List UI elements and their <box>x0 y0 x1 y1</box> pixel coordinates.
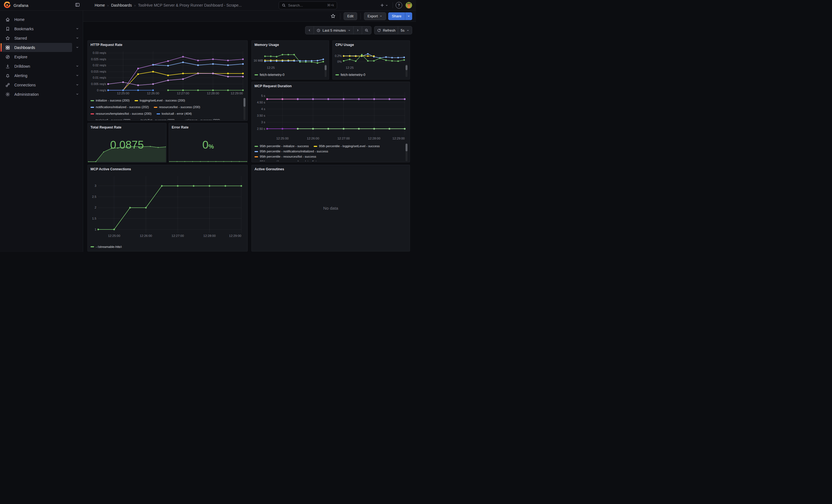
sidebar-item-label: Alerting <box>14 74 27 78</box>
stat-value: 0% <box>169 139 248 151</box>
avatar[interactable] <box>406 2 412 8</box>
breadcrumb-home[interactable]: Home <box>95 3 105 7</box>
legend-label: fetch-telemetry-0 <box>260 73 285 77</box>
legend-scrollbar-thumb[interactable] <box>406 143 408 151</box>
time-controls: Last 5 minutes Refresh 5s <box>305 26 412 34</box>
panel-title[interactable]: Total Request Rate <box>88 123 166 131</box>
legend-item[interactable]: fetch-telemetry-0 <box>335 73 365 77</box>
gear-icon <box>5 92 10 97</box>
cpu-legend: fetch-telemetry-0 <box>335 72 401 77</box>
svg-text:1: 1 <box>95 228 96 231</box>
sidebar-toggle-icon[interactable] <box>75 2 80 7</box>
legend-label: resources/list - success (200) <box>159 105 200 109</box>
legend-color <box>314 146 317 147</box>
svg-text:0.02 req/s: 0.02 req/s <box>93 63 106 67</box>
sidebar-item-label: Explore <box>14 55 27 59</box>
dashboard-toolbar: Edit Export Share <box>83 11 416 22</box>
sidebar-item-label: Administration <box>14 92 39 97</box>
chevron-down-icon[interactable] <box>75 27 79 30</box>
panel-title[interactable]: HTTP Request Rate <box>88 41 248 48</box>
legend-label: notifications/initialized - success (202… <box>96 105 149 109</box>
sidebar-item-home[interactable]: Home <box>2 15 72 24</box>
edit-button[interactable]: Edit <box>344 12 357 20</box>
chevron-down-icon[interactable] <box>75 36 79 40</box>
legend-item[interactable]: logging/setLevel - success (200) <box>134 99 185 103</box>
legend-item[interactable]: tools/call - error (404) <box>157 112 192 116</box>
legend-item[interactable]: 95th percentile - notifications/initiali… <box>255 150 328 154</box>
sidebar-item-starred[interactable]: Starred <box>2 33 72 43</box>
help-icon[interactable] <box>396 2 402 8</box>
sidebar-item-dashboards[interactable]: Dashboards <box>2 43 72 52</box>
add-button[interactable] <box>378 2 390 8</box>
legend-item[interactable]: 95th percentile - initialize - success <box>255 144 309 148</box>
share-menu-button[interactable] <box>405 12 412 20</box>
time-shift-back-button[interactable] <box>305 26 314 34</box>
share-button[interactable]: Share <box>388 12 405 20</box>
refresh-interval-select[interactable]: 5s <box>398 26 412 34</box>
mcp-request-duration-chart[interactable]: 12:25:0012:26:0012:27:0012:28:0012:29:00… <box>253 90 408 142</box>
favorite-star-icon[interactable] <box>329 12 337 20</box>
export-button[interactable]: Export <box>364 12 386 20</box>
sidebar-item-bookmarks[interactable]: Bookmarks <box>2 24 72 33</box>
sidebar-item-label: Dashboards <box>14 45 35 50</box>
clock-icon <box>316 28 320 32</box>
sidebar-item-connections[interactable]: Connections <box>2 80 72 89</box>
panel-title[interactable]: CPU Usage <box>333 41 410 48</box>
time-shift-forward-button[interactable] <box>353 26 362 34</box>
legend-item[interactable]: 95th percentile - logging/setLevel - suc… <box>314 144 380 148</box>
time-range-picker[interactable]: Last 5 minutes <box>314 26 353 34</box>
svg-text:12:28:00: 12:28:00 <box>368 137 381 140</box>
panel-title[interactable]: MCP Active Connections <box>88 165 248 173</box>
legend-item[interactable]: 95th percentile - resources/list - succe… <box>255 155 316 159</box>
sidebar-item-administration[interactable]: Administration <box>2 90 72 99</box>
header-right: Search... ⌘+k <box>279 1 416 9</box>
legend-scrollbar-thumb[interactable] <box>243 98 245 107</box>
legend-item[interactable]: notifications/initialized - success (202… <box>90 105 149 109</box>
chevron-down-icon[interactable] <box>75 83 79 87</box>
chevron-down-icon <box>348 29 351 32</box>
panel-title[interactable]: Memory Usage <box>252 41 329 48</box>
legend-color <box>90 246 94 247</box>
panel-memory-usage: Memory Usage 12:2516 MiB fetch-telemetry… <box>252 41 329 80</box>
panel-title[interactable]: Error Rate <box>169 123 248 131</box>
svg-text:2: 2 <box>95 206 96 209</box>
legend-item[interactable]: tools/list - success (200) <box>136 118 175 120</box>
svg-text:4.50 s: 4.50 s <box>257 101 265 104</box>
legend-item[interactable]: - (streamable-http) <box>90 245 122 248</box>
panel-title[interactable]: MCP Request Duration <box>252 82 410 90</box>
legend-color <box>335 74 339 75</box>
legend-scrollbar-thumb[interactable] <box>324 65 327 70</box>
legend-scrollbar-thumb[interactable] <box>406 65 408 70</box>
panel-active-goroutines: Active Goroutines No data <box>252 165 410 251</box>
sidebar-item-label: Connections <box>14 83 36 87</box>
zoom-out-button[interactable] <box>362 26 371 34</box>
legend-item[interactable]: unknown - success (200) <box>180 118 220 120</box>
breadcrumb-separator: › <box>107 3 108 7</box>
http-request-rate-chart[interactable]: 12:25:0012:26:0012:27:0012:28:0012:29:00… <box>89 49 245 96</box>
chevron-down-icon[interactable] <box>75 74 79 77</box>
legend-item[interactable]: resources/list - success (200) <box>154 105 200 109</box>
search-input[interactable]: Search... ⌘+k <box>279 1 337 9</box>
sidebar-item-drilldown[interactable]: Drilldown <box>2 62 72 71</box>
legend-item[interactable]: tools/call - success (200) <box>90 118 131 120</box>
legend-label: unknown - success (200) <box>185 118 220 120</box>
chevron-down-icon[interactable] <box>75 92 79 96</box>
breadcrumb-dashboards[interactable]: Dashboards <box>111 3 132 7</box>
memory-usage-chart[interactable]: 12:2516 MiB <box>253 48 326 69</box>
legend-item[interactable]: initialize - success (200) <box>90 99 130 103</box>
legend-color <box>136 120 139 120</box>
brand[interactable]: Grafana <box>0 2 71 9</box>
refresh-button[interactable]: Refresh <box>374 26 398 34</box>
mcp-active-connections-chart[interactable]: 12:25:0012:26:0012:27:0012:28:0012:29:00… <box>89 173 244 239</box>
chevron-down-icon[interactable] <box>75 64 79 68</box>
cpu-usage-chart[interactable]: 12:250.2%0% <box>334 48 407 69</box>
svg-text:12:26:00: 12:26:00 <box>147 91 159 95</box>
sidebar-item-explore[interactable]: Explore <box>2 52 72 61</box>
sidebar-item-alerting[interactable]: Alerting <box>2 71 72 80</box>
legend-item[interactable]: fetch-telemetry-0 <box>255 73 285 77</box>
svg-text:5 s: 5 s <box>261 94 265 97</box>
legend-item[interactable]: resources/templates/list - success (200) <box>90 112 152 116</box>
chevron-down-icon[interactable] <box>75 45 79 49</box>
legend-item[interactable]: 95th percentile - resources/templates/li… <box>255 160 331 161</box>
error-rate-sparkline[interactable] <box>169 158 247 162</box>
